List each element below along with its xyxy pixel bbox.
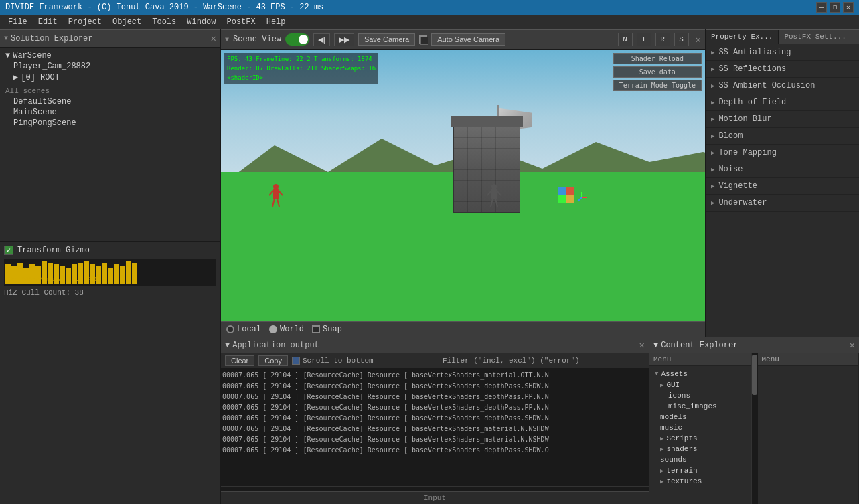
- content-explorer-header: ▼ Content Explorer ✕: [649, 337, 859, 353]
- bloom-label: Bloom: [718, 131, 743, 141]
- svg-line-19: [578, 197, 582, 201]
- snap-check[interactable]: Snap: [312, 325, 342, 334]
- solution-explorer-triangle: ▼: [4, 35, 8, 42]
- output-triangle: ▼: [225, 341, 230, 350]
- transform-gizmo-checkbox[interactable]: ✓: [4, 246, 13, 255]
- log-line-4: 00007.065 [ 29104 ] [ResourceCache] Reso…: [222, 402, 647, 413]
- scroll-to-bottom-check[interactable]: Scroll to bottom: [292, 357, 374, 365]
- content-explorer-close[interactable]: ✕: [850, 339, 855, 351]
- title-controls: — ❒ ✕: [816, 2, 854, 13]
- music-label: music: [660, 424, 682, 432]
- perf-label: 22: 066ms/frame (43.1 FPS): [5, 275, 102, 284]
- menu-edit[interactable]: Edit: [33, 16, 63, 28]
- tree-models[interactable]: models: [652, 412, 748, 422]
- auto-save-camera-button[interactable]: Auto Save Camera: [431, 33, 505, 46]
- ss-ao-triangle: ▶: [711, 82, 714, 90]
- menu-postfx[interactable]: PostFX: [222, 16, 261, 28]
- solution-explorer-header: ▼ Solution Explorer ✕: [0, 29, 220, 48]
- local-radio[interactable]: Local: [226, 325, 261, 334]
- restore-button[interactable]: ❒: [830, 2, 840, 13]
- tree-player-cam[interactable]: Player_Cam_28882: [3, 61, 218, 72]
- terrain-mode-button[interactable]: Terrain Mode Toggle: [613, 80, 702, 91]
- tree-main-scene[interactable]: MainScene: [3, 107, 218, 118]
- root-triangle: ▶: [13, 72, 18, 82]
- save-data-button[interactable]: Save data: [613, 66, 702, 78]
- svg-line-11: [491, 199, 493, 207]
- save-camera-button[interactable]: Save Camera: [358, 33, 415, 46]
- tab-postfx-settings[interactable]: PostFX Sett...: [779, 30, 852, 44]
- output-close[interactable]: ✕: [639, 339, 645, 351]
- solution-explorer-header-left: ▼ Solution Explorer: [4, 34, 92, 44]
- view-n-button[interactable]: N: [618, 33, 633, 46]
- log-line-3: 00007.065 [ 29104 ] [ResourceCache] Reso…: [222, 392, 647, 402]
- tree-terrain[interactable]: ▶ terrain: [652, 465, 748, 476]
- menu-help[interactable]: Help: [261, 16, 291, 28]
- content-menu-2[interactable]: Menu: [758, 353, 859, 366]
- output-title-text: Application output: [232, 341, 319, 350]
- property-tone-mapping[interactable]: ▶ Tone Mapping: [706, 145, 859, 161]
- tree-root[interactable]: ▶ [0] ROOT: [3, 72, 218, 83]
- ss-antialiasing-label: SS Antialiasing: [718, 48, 791, 57]
- clear-button[interactable]: Clear: [225, 355, 254, 366]
- view-t-button[interactable]: T: [637, 33, 651, 46]
- view-s-button[interactable]: S: [674, 33, 689, 46]
- tab-property-explorer[interactable]: Property Ex...: [706, 30, 779, 44]
- solution-explorer-close[interactable]: ✕: [211, 33, 216, 44]
- world-radio[interactable]: World: [269, 325, 304, 334]
- content-tree-scrollbar[interactable]: [751, 353, 758, 504]
- nav-prev-button[interactable]: ◀|: [313, 33, 330, 46]
- scene-toggle[interactable]: [285, 33, 309, 46]
- nav-next-button[interactable]: ▶▶: [334, 33, 354, 46]
- menu-object[interactable]: Object: [107, 16, 147, 28]
- log-line-8: 00007.065 [ 29104 ] [ResourceCache] Reso…: [222, 445, 647, 456]
- tree-icons[interactable]: icons: [652, 390, 748, 401]
- copy-button[interactable]: Copy: [258, 355, 288, 366]
- sounds-label: sounds: [660, 456, 687, 464]
- minimize-button[interactable]: —: [816, 2, 827, 13]
- ss-antialiasing-triangle: ▶: [711, 49, 714, 56]
- property-vignette[interactable]: ▶ Vignette: [706, 178, 859, 195]
- tree-textures[interactable]: ▶ textures: [652, 476, 748, 487]
- menu-window[interactable]: Window: [181, 16, 221, 28]
- horizontal-scrollbar[interactable]: [221, 486, 649, 491]
- property-bloom[interactable]: ▶ Bloom: [706, 128, 859, 145]
- tree-scripts[interactable]: ▶ Scripts: [652, 433, 748, 444]
- tree-sounds[interactable]: sounds: [652, 454, 748, 465]
- tree-pingpong-scene[interactable]: PingPongScene: [3, 118, 218, 129]
- property-depth-of-field[interactable]: ▶ Depth of Field: [706, 94, 859, 111]
- title-bar: DIVIDE Framework - (C) Ionut Cava 2019 -…: [0, 0, 859, 15]
- property-underwater[interactable]: ▶ Underwater: [706, 195, 859, 212]
- viewport[interactable]: FPS: 43 FrameTime: 22.2 Transforms: 1874…: [221, 50, 705, 321]
- fps-text: FPS: 43 FrameTime: 22.2 Transforms: 1874…: [227, 54, 376, 82]
- tree-warscene[interactable]: ▼ WarScene: [3, 50, 218, 61]
- solution-explorer-title: Solution Explorer: [11, 34, 92, 44]
- log-line-2: 00007.065 [ 29104 ] [ResourceCache] Reso…: [222, 381, 647, 392]
- menu-project[interactable]: Project: [63, 16, 107, 28]
- tree-default-scene[interactable]: DefaultScene: [3, 96, 218, 107]
- property-ss-ambient-occlusion[interactable]: ▶ SS Ambient Occlusion: [706, 78, 859, 94]
- terrain-label: terrain: [666, 467, 697, 475]
- tree-assets[interactable]: ▼ Assets: [652, 369, 748, 380]
- tree-gui[interactable]: ▶ GUI: [652, 380, 748, 390]
- property-ss-antialiasing[interactable]: ▶ SS Antialiasing: [706, 44, 859, 61]
- content-menu-1[interactable]: Menu: [649, 353, 751, 366]
- perf-bar-18: [108, 268, 113, 284]
- close-button[interactable]: ✕: [843, 2, 854, 13]
- tree-music[interactable]: music: [652, 422, 748, 433]
- tree-shaders[interactable]: ▶ shaders: [652, 444, 748, 454]
- shaders-label: shaders: [666, 445, 697, 453]
- property-motion-blur[interactable]: ▶ Motion Blur: [706, 111, 859, 128]
- world-radio-circle: [269, 325, 277, 333]
- property-ss-reflections[interactable]: ▶ SS Reflections: [706, 61, 859, 78]
- transform-gizmo-area: ✓ Transform Gizmo 22: 066ms/frame (43.1 …: [0, 242, 220, 301]
- auto-save-toggle[interactable]: [419, 35, 427, 44]
- property-noise[interactable]: ▶ Noise: [706, 161, 859, 178]
- scene-view-close[interactable]: ✕: [696, 34, 701, 46]
- tree-misc-images[interactable]: misc_images: [652, 401, 748, 412]
- shader-reload-button[interactable]: Shader Reload: [613, 53, 702, 64]
- view-r-button[interactable]: R: [655, 33, 670, 46]
- content-tree: ▼ Assets ▶ GUI icons misc_imag: [649, 366, 751, 504]
- menu-file[interactable]: File: [3, 16, 33, 28]
- output-content[interactable]: 00007.065 [ 29104 ] [ResourceCache] Reso…: [221, 369, 649, 486]
- menu-tools[interactable]: Tools: [147, 16, 181, 28]
